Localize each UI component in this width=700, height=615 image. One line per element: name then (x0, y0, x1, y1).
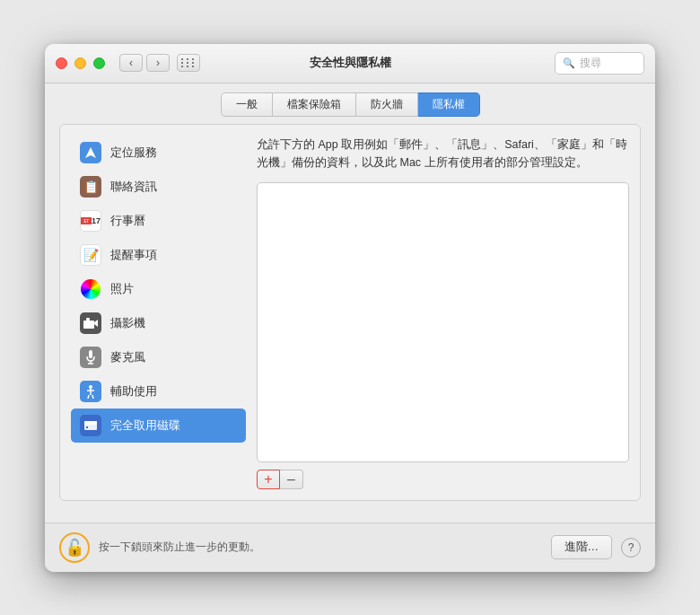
svg-marker-0 (85, 147, 96, 158)
sidebar-item-accessibility[interactable]: 輔助使用 (71, 374, 246, 409)
content-area: 定位服務 📋 聯絡資訊 17 17 行事曆 (45, 124, 655, 515)
svg-marker-2 (94, 320, 98, 327)
lock-icon: 🔓 (65, 538, 84, 558)
minimize-button[interactable] (74, 57, 86, 69)
sidebar-item-contacts[interactable]: 📋 聯絡資訊 (71, 170, 246, 204)
sidebar-label-accessibility: 輔助使用 (110, 383, 157, 400)
maximize-button[interactable] (93, 57, 105, 69)
sidebar-label-camera: 攝影機 (110, 315, 145, 331)
sidebar-label-microphone: 麥克風 (110, 349, 145, 365)
tab-filevault[interactable]: 檔案保險箱 (273, 92, 356, 117)
sidebar-item-fulldisk[interactable]: 完全取用磁碟 (71, 409, 246, 443)
close-button[interactable] (56, 57, 67, 69)
svg-rect-3 (86, 318, 90, 321)
search-box[interactable]: 🔍 搜尋 (555, 52, 644, 75)
sidebar-label-calendar: 行事曆 (110, 213, 145, 229)
svg-rect-1 (83, 321, 94, 329)
sidebar-label-contacts: 聯絡資訊 (110, 179, 157, 195)
titlebar: ‹ › 安全性與隱私權 🔍 搜尋 (45, 44, 655, 83)
location-icon (80, 142, 101, 163)
sidebar-item-photos[interactable]: 照片 (71, 272, 246, 306)
photos-icon (80, 278, 101, 300)
grid-icon (181, 58, 196, 67)
sidebar-item-reminders[interactable]: 📝 提醒事項 (71, 238, 246, 272)
sidebar-label-photos: 照片 (110, 281, 134, 297)
tab-privacy[interactable]: 隱私權 (418, 92, 480, 117)
svg-rect-4 (89, 350, 92, 358)
window-title: 安全性與隱私權 (310, 55, 391, 71)
calendar-icon: 17 17 (80, 210, 101, 232)
sidebar-label-fulldisk: 完全取用磁碟 (110, 417, 180, 434)
fulldisk-icon (80, 415, 101, 436)
remove-button[interactable]: – (280, 470, 303, 489)
tabs-bar: 一般 檔案保險箱 防火牆 隱私權 (45, 83, 655, 124)
lock-button[interactable]: 🔓 (59, 532, 90, 563)
advanced-button[interactable]: 進階… (551, 535, 613, 559)
sidebar: 定位服務 📋 聯絡資訊 17 17 行事曆 (71, 136, 246, 489)
main-panel: 定位服務 📋 聯絡資訊 17 17 行事曆 (59, 124, 641, 501)
microphone-icon (80, 347, 101, 368)
lock-text: 按一下鎖頭來防止進一步的更動。 (99, 540, 542, 555)
svg-rect-9 (84, 421, 97, 425)
svg-point-7 (89, 385, 92, 389)
help-button[interactable]: ? (621, 538, 641, 558)
nav-buttons: ‹ › (119, 54, 200, 72)
list-controls: + – (257, 470, 629, 489)
contacts-icon: 📋 (80, 176, 101, 198)
tab-firewall[interactable]: 防火牆 (356, 92, 418, 117)
main-window: ‹ › 安全性與隱私權 🔍 搜尋 一般 檔案保險箱 防火牆 隱私權 (45, 44, 655, 572)
search-placeholder: 搜尋 (580, 56, 601, 71)
grid-button[interactable] (177, 54, 200, 72)
accessibility-icon (80, 381, 101, 402)
sidebar-label-reminders: 提醒事項 (110, 247, 157, 263)
svg-rect-10 (86, 426, 88, 428)
search-icon: 🔍 (563, 57, 575, 69)
right-panel: 允許下方的 App 取用例如「郵件」、「訊息」、Safari、「家庭」和「時光機… (257, 136, 629, 489)
forward-button[interactable]: › (146, 54, 170, 72)
sidebar-label-location: 定位服務 (110, 145, 157, 161)
sidebar-item-calendar[interactable]: 17 17 行事曆 (71, 204, 246, 238)
description-text: 允許下方的 App 取用例如「郵件」、「訊息」、Safari、「家庭」和「時光機… (257, 136, 629, 171)
traffic-lights (56, 57, 105, 69)
reminders-icon: 📝 (80, 244, 101, 266)
app-list (257, 182, 629, 462)
bottom-bar: 🔓 按一下鎖頭來防止進一步的更動。 進階… ? (45, 523, 655, 572)
sidebar-item-microphone[interactable]: 麥克風 (71, 340, 246, 374)
sidebar-item-camera[interactable]: 攝影機 (71, 306, 246, 340)
back-button[interactable]: ‹ (119, 54, 143, 72)
add-button[interactable]: + (257, 470, 280, 489)
camera-icon (80, 312, 101, 334)
sidebar-item-location[interactable]: 定位服務 (71, 136, 246, 170)
tab-general[interactable]: 一般 (221, 92, 273, 117)
